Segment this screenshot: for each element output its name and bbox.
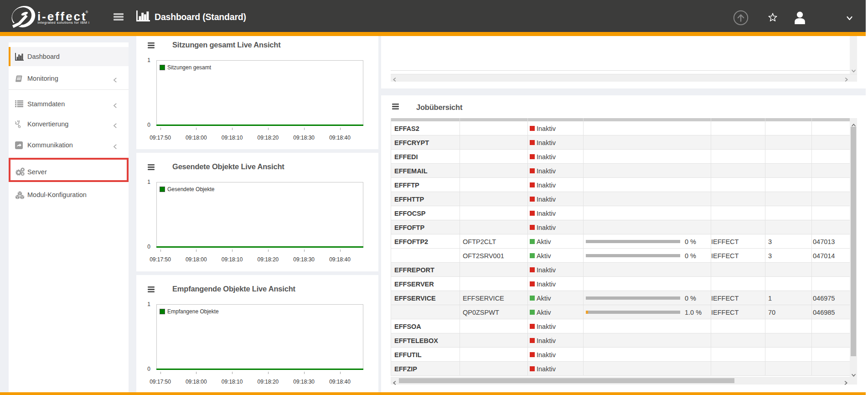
svg-text:®: ®	[86, 10, 88, 14]
svg-text:integrated solutions for IBM i: integrated solutions for IBM i	[38, 21, 90, 25]
